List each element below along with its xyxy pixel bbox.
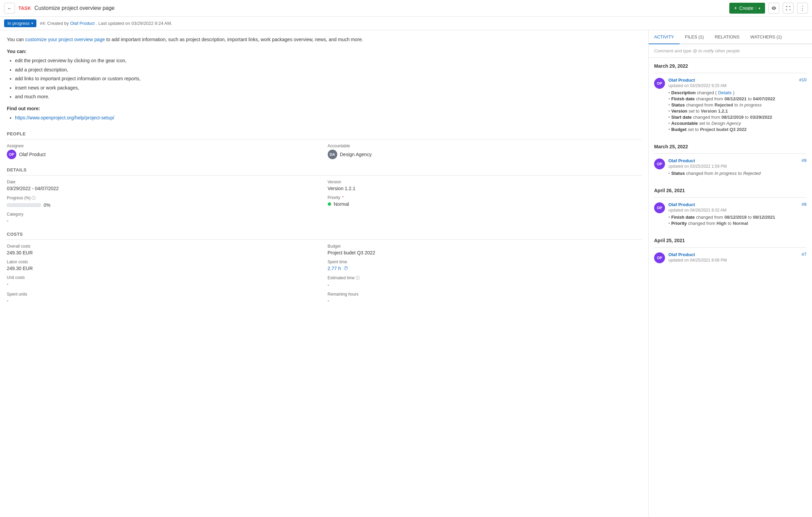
date-divider: March 25, 2022 xyxy=(654,138,807,152)
activity-content: Olaf Product updated on 04/26/2021 8:32 … xyxy=(668,202,807,227)
activity-num[interactable]: #8 xyxy=(802,202,807,207)
budget-label: Budget xyxy=(328,244,642,249)
date-label: Date xyxy=(7,180,321,184)
tab-watchers[interactable]: WATCHERS (1) xyxy=(745,30,787,44)
expand-button[interactable] xyxy=(783,3,794,14)
create-chevron-icon: ▾ xyxy=(756,6,760,10)
priority-field: Priority * Normal xyxy=(328,195,642,208)
people-grid: Assignee OP Olaf Product Accountable DA … xyxy=(7,144,642,159)
accountable-name: Design Agency xyxy=(340,152,372,157)
status-label: In progress xyxy=(7,21,30,26)
spent-units-field: Spent units - xyxy=(7,292,321,303)
activity-avatar: OP xyxy=(654,252,665,263)
activity-item: OP Olaf Product updated on 04/26/2021 8:… xyxy=(654,202,807,227)
activity-user: Olaf Product xyxy=(668,158,695,163)
status-chevron-icon: ▾ xyxy=(31,21,33,25)
create-button[interactable]: + Create ▾ xyxy=(729,3,765,14)
estimated-time-value: - xyxy=(328,282,642,288)
activity-user: Olaf Product xyxy=(668,78,695,83)
activity-changes: Finish date changed from 08/12/2019 to 0… xyxy=(668,215,807,226)
people-section-title: PEOPLE xyxy=(7,127,642,139)
activity-date: updated on 03/29/2022 9:25 AM xyxy=(668,83,727,88)
back-button[interactable]: ← xyxy=(4,3,15,14)
list-item: and much more. xyxy=(15,93,642,100)
create-plus-icon: + xyxy=(734,5,737,11)
activity-header: Olaf Product updated on 04/26/2021 8:32 … xyxy=(668,202,807,213)
estimated-help-icon[interactable]: ⓘ xyxy=(356,276,360,280)
more-icon: ⋮ xyxy=(799,4,806,12)
date-divider: April 26, 2021 xyxy=(654,182,807,196)
budget-value: Project budet Q3 2022 xyxy=(328,250,642,255)
list-item: insert news or work packages, xyxy=(15,84,642,91)
assignee-name: Olaf Product xyxy=(19,152,46,157)
divider-line xyxy=(654,73,807,73)
activity-item: OP Olaf Product updated on 03/29/2022 9:… xyxy=(654,77,807,133)
spent-units-value: - xyxy=(7,298,321,303)
find-out-label: Find out more: xyxy=(7,106,642,111)
activity-user: Olaf Product xyxy=(668,202,695,207)
progress-bar xyxy=(7,203,41,207)
overall-costs-field: Overall costs 249.30 EUR xyxy=(7,244,321,255)
tab-files[interactable]: FILES (1) xyxy=(680,30,710,44)
priority-dot-icon xyxy=(328,202,331,206)
remaining-hours-value: - xyxy=(328,298,642,303)
progress-value: 0% xyxy=(7,202,321,208)
assignee-avatar: OP xyxy=(7,150,16,159)
details-link[interactable]: Details xyxy=(718,90,732,95)
change-item: Finish date changed from 08/12/2019 to 0… xyxy=(668,215,807,220)
date-field: Date 03/29/2022 - 04/07/2022 xyxy=(7,180,321,191)
expand-icon xyxy=(785,5,791,11)
assignee-value: OP Olaf Product xyxy=(7,150,321,159)
required-star: * xyxy=(341,195,344,200)
unit-costs-label: Unit costs xyxy=(7,275,321,280)
activity-header: Olaf Product updated on 03/29/2022 9:25 … xyxy=(668,77,807,88)
accountable-avatar: DA xyxy=(328,150,337,159)
task-label: TASK xyxy=(18,5,31,11)
list-item: add links to important project informati… xyxy=(15,75,642,82)
date-value: 03/29/2022 - 04/07/2022 xyxy=(7,186,321,191)
tab-relations[interactable]: RELATIONS xyxy=(709,30,745,44)
activity-avatar: OP xyxy=(654,159,665,169)
estimated-time-label: Estimated time ⓘ xyxy=(328,275,642,281)
back-icon: ← xyxy=(7,6,12,11)
details-grid: Date 03/29/2022 - 04/07/2022 Version Ver… xyxy=(7,180,642,223)
status-badge[interactable]: In progress ▾ xyxy=(4,19,36,27)
date-divider: March 29, 2022 xyxy=(654,58,807,71)
meta-text: #4: Created by Olaf Product . Last updat… xyxy=(40,21,172,26)
comment-box[interactable]: Comment and type @ to notify other peopl… xyxy=(649,44,812,58)
overall-costs-value: 249.30 EUR xyxy=(7,250,321,255)
progress-help-icon[interactable]: ⓘ xyxy=(32,196,36,200)
priority-value: Normal xyxy=(328,201,642,207)
labor-costs-value: 249.30 EUR xyxy=(7,266,321,271)
unit-costs-value: - xyxy=(7,281,321,287)
accountable-label: Accountable xyxy=(328,144,642,148)
spent-time-link[interactable]: 2.77 h xyxy=(328,266,341,271)
tab-activity[interactable]: ACTIVITY xyxy=(649,30,680,44)
change-item: Finish date changed from 08/12/2021 to 0… xyxy=(668,96,807,101)
activity-num[interactable]: #7 xyxy=(802,252,807,257)
budget-field: Budget Project budet Q3 2022 xyxy=(328,244,642,255)
costs-grid: Overall costs 249.30 EUR Budget Project … xyxy=(7,244,642,303)
change-item: Status changed from Rejected to In progr… xyxy=(668,102,807,107)
activity-avatar: OP xyxy=(654,78,665,89)
spent-time-field: Spent time 2.77 h ⏱ xyxy=(328,260,642,271)
time-icon[interactable]: ⏱ xyxy=(343,266,348,271)
activity-user: Olaf Product xyxy=(668,252,695,257)
list-item: edit the project overview by clicking on… xyxy=(15,57,642,64)
author-link[interactable]: Olaf Product xyxy=(70,21,95,26)
bullet-list: edit the project overview by clicking on… xyxy=(7,57,642,100)
project-setup-link[interactable]: https://www.openproject.org/help/project… xyxy=(15,115,114,120)
divider-line xyxy=(654,153,807,154)
version-field: Version Version 1.2.1 xyxy=(328,180,642,191)
activity-num[interactable]: #10 xyxy=(799,77,807,82)
change-item: Version set to Version 1.2.1 xyxy=(668,109,807,114)
more-button[interactable]: ⋮ xyxy=(797,3,808,14)
preview-button[interactable] xyxy=(768,3,779,14)
change-item: Status changed from In progress to Rejec… xyxy=(668,171,807,176)
activity-num[interactable]: #9 xyxy=(802,158,807,163)
activity-content: Olaf Product updated on 04/25/2021 8:06 … xyxy=(668,252,807,263)
progress-label: Progress (%) ⓘ xyxy=(7,195,321,201)
version-label: Version xyxy=(328,180,642,184)
remaining-hours-field: Remaining hours - xyxy=(328,292,642,303)
overview-link[interactable]: customize your project overview page xyxy=(25,37,105,42)
